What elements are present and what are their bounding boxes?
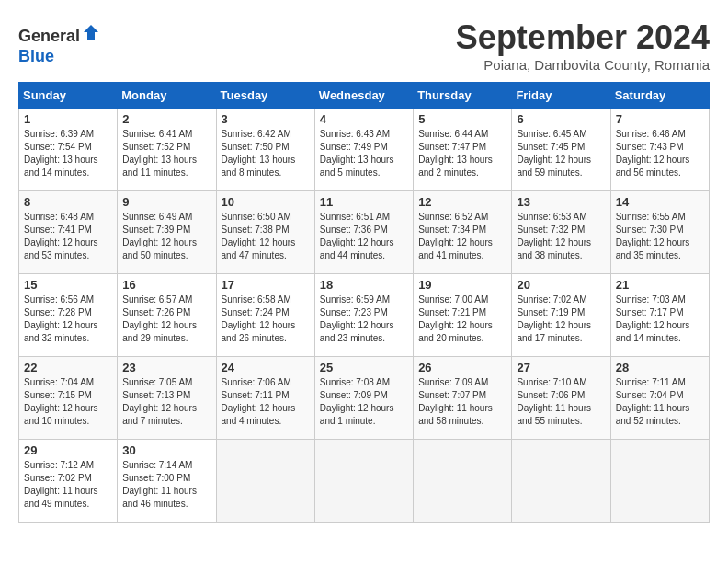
day-number: 15 — [24, 278, 112, 292]
calendar-day-cell — [610, 440, 709, 523]
day-number: 1 — [24, 112, 112, 126]
day-info: Sunrise: 6:48 AM Sunset: 7:41 PM Dayligh… — [24, 211, 112, 262]
day-number: 27 — [517, 361, 605, 374]
calendar-day-cell: 7Sunrise: 6:46 AM Sunset: 7:43 PM Daylig… — [610, 109, 709, 191]
calendar-day-cell: 19Sunrise: 7:00 AM Sunset: 7:21 PM Dayli… — [414, 274, 512, 357]
calendar-day-cell: 26Sunrise: 7:09 AM Sunset: 7:07 PM Dayli… — [414, 357, 512, 440]
day-info: Sunrise: 7:08 AM Sunset: 7:09 PM Dayligh… — [320, 376, 408, 428]
calendar-week-row: 1Sunrise: 6:39 AM Sunset: 7:54 PM Daylig… — [19, 109, 710, 191]
weekday-header-row: SundayMondayTuesdayWednesdayThursdayFrid… — [19, 83, 710, 109]
calendar-day-cell: 24Sunrise: 7:06 AM Sunset: 7:11 PM Dayli… — [216, 357, 314, 440]
day-info: Sunrise: 6:52 AM Sunset: 7:34 PM Dayligh… — [418, 211, 506, 262]
day-info: Sunrise: 7:02 AM Sunset: 7:19 PM Dayligh… — [517, 293, 605, 345]
day-number: 22 — [24, 361, 112, 374]
calendar-week-row: 15Sunrise: 6:56 AM Sunset: 7:28 PM Dayli… — [19, 274, 710, 357]
calendar-day-cell: 16Sunrise: 6:57 AM Sunset: 7:26 PM Dayli… — [118, 274, 216, 357]
calendar-table: SundayMondayTuesdayWednesdayThursdayFrid… — [18, 82, 710, 523]
title-block: September 2024 Poiana, Dambovita County,… — [456, 18, 710, 73]
day-info: Sunrise: 7:10 AM Sunset: 7:06 PM Dayligh… — [517, 376, 605, 428]
day-number: 10 — [222, 195, 310, 209]
day-number: 3 — [222, 112, 310, 126]
day-info: Sunrise: 7:06 AM Sunset: 7:11 PM Dayligh… — [222, 376, 310, 428]
calendar-day-cell: 20Sunrise: 7:02 AM Sunset: 7:19 PM Dayli… — [512, 274, 610, 357]
day-number: 14 — [616, 195, 704, 209]
calendar-day-cell: 5Sunrise: 6:44 AM Sunset: 7:47 PM Daylig… — [414, 109, 512, 191]
day-info: Sunrise: 6:55 AM Sunset: 7:30 PM Dayligh… — [616, 211, 704, 262]
day-info: Sunrise: 6:57 AM Sunset: 7:26 PM Dayligh… — [122, 293, 210, 345]
calendar-day-cell: 4Sunrise: 6:43 AM Sunset: 7:49 PM Daylig… — [314, 109, 413, 191]
logo-blue: Blue — [18, 47, 54, 65]
day-info: Sunrise: 7:09 AM Sunset: 7:07 PM Dayligh… — [418, 376, 506, 428]
calendar-day-cell — [216, 440, 314, 523]
svg-marker-0 — [84, 25, 98, 40]
weekday-header-cell: Tuesday — [216, 83, 314, 109]
day-info: Sunrise: 6:41 AM Sunset: 7:52 PM Dayligh… — [122, 128, 210, 179]
logo-general: General — [18, 27, 80, 45]
day-info: Sunrise: 6:56 AM Sunset: 7:28 PM Dayligh… — [24, 293, 112, 345]
calendar-week-row: 22Sunrise: 7:04 AM Sunset: 7:15 PM Dayli… — [19, 357, 710, 440]
calendar-body: 1Sunrise: 6:39 AM Sunset: 7:54 PM Daylig… — [19, 109, 710, 523]
weekday-header-cell: Sunday — [19, 83, 118, 109]
calendar-day-cell: 30Sunrise: 7:14 AM Sunset: 7:00 PM Dayli… — [118, 440, 216, 523]
day-number: 17 — [222, 278, 310, 292]
day-info: Sunrise: 6:45 AM Sunset: 7:45 PM Dayligh… — [517, 128, 605, 179]
weekday-header-cell: Saturday — [610, 83, 709, 109]
page-header: General Blue September 2024 Poiana, Damb… — [18, 18, 710, 73]
day-number: 21 — [616, 278, 704, 292]
day-info: Sunrise: 7:04 AM Sunset: 7:15 PM Dayligh… — [24, 376, 112, 428]
calendar-day-cell: 14Sunrise: 6:55 AM Sunset: 7:30 PM Dayli… — [610, 191, 709, 274]
day-info: Sunrise: 6:51 AM Sunset: 7:36 PM Dayligh… — [320, 211, 408, 262]
calendar-day-cell: 17Sunrise: 6:58 AM Sunset: 7:24 PM Dayli… — [216, 274, 314, 357]
calendar-week-row: 29Sunrise: 7:12 AM Sunset: 7:02 PM Dayli… — [19, 440, 710, 523]
calendar-day-cell: 10Sunrise: 6:50 AM Sunset: 7:38 PM Dayli… — [216, 191, 314, 274]
day-number: 9 — [122, 195, 210, 209]
day-number: 2 — [122, 112, 210, 126]
day-info: Sunrise: 6:59 AM Sunset: 7:23 PM Dayligh… — [320, 293, 408, 345]
day-info: Sunrise: 6:50 AM Sunset: 7:38 PM Dayligh… — [222, 211, 310, 262]
logo: General Blue — [18, 23, 100, 66]
day-info: Sunrise: 6:46 AM Sunset: 7:43 PM Dayligh… — [616, 128, 704, 179]
day-number: 5 — [418, 112, 506, 126]
day-number: 4 — [320, 112, 408, 126]
day-info: Sunrise: 6:49 AM Sunset: 7:39 PM Dayligh… — [122, 211, 210, 262]
day-number: 18 — [320, 278, 408, 292]
calendar-day-cell: 12Sunrise: 6:52 AM Sunset: 7:34 PM Dayli… — [414, 191, 512, 274]
day-info: Sunrise: 7:00 AM Sunset: 7:21 PM Dayligh… — [418, 293, 506, 345]
calendar-day-cell: 2Sunrise: 6:41 AM Sunset: 7:52 PM Daylig… — [118, 109, 216, 191]
weekday-header-cell: Friday — [512, 83, 610, 109]
day-info: Sunrise: 6:44 AM Sunset: 7:47 PM Dayligh… — [418, 128, 506, 179]
calendar-day-cell: 8Sunrise: 6:48 AM Sunset: 7:41 PM Daylig… — [19, 191, 118, 274]
day-info: Sunrise: 6:53 AM Sunset: 7:32 PM Dayligh… — [517, 211, 605, 262]
day-number: 6 — [517, 112, 605, 126]
day-info: Sunrise: 7:14 AM Sunset: 7:00 PM Dayligh… — [122, 459, 210, 511]
location: Poiana, Dambovita County, Romania — [456, 57, 710, 73]
day-number: 29 — [24, 443, 112, 457]
calendar-day-cell: 28Sunrise: 7:11 AM Sunset: 7:04 PM Dayli… — [610, 357, 709, 440]
month-title: September 2024 — [456, 18, 710, 57]
day-info: Sunrise: 7:05 AM Sunset: 7:13 PM Dayligh… — [122, 376, 210, 428]
day-info: Sunrise: 6:39 AM Sunset: 7:54 PM Dayligh… — [24, 128, 112, 179]
calendar-day-cell: 27Sunrise: 7:10 AM Sunset: 7:06 PM Dayli… — [512, 357, 610, 440]
calendar-day-cell: 15Sunrise: 6:56 AM Sunset: 7:28 PM Dayli… — [19, 274, 118, 357]
day-info: Sunrise: 6:43 AM Sunset: 7:49 PM Dayligh… — [320, 128, 408, 179]
day-number: 12 — [418, 195, 506, 209]
day-number: 7 — [616, 112, 704, 126]
day-number: 13 — [517, 195, 605, 209]
day-number: 24 — [222, 361, 310, 374]
calendar-day-cell — [512, 440, 610, 523]
day-info: Sunrise: 7:11 AM Sunset: 7:04 PM Dayligh… — [616, 376, 704, 428]
weekday-header-cell: Monday — [118, 83, 216, 109]
calendar-week-row: 8Sunrise: 6:48 AM Sunset: 7:41 PM Daylig… — [19, 191, 710, 274]
day-number: 30 — [122, 443, 210, 457]
day-info: Sunrise: 7:12 AM Sunset: 7:02 PM Dayligh… — [24, 459, 112, 511]
calendar-day-cell: 6Sunrise: 6:45 AM Sunset: 7:45 PM Daylig… — [512, 109, 610, 191]
calendar-day-cell: 9Sunrise: 6:49 AM Sunset: 7:39 PM Daylig… — [118, 191, 216, 274]
calendar-day-cell: 29Sunrise: 7:12 AM Sunset: 7:02 PM Dayli… — [19, 440, 118, 523]
calendar-day-cell: 11Sunrise: 6:51 AM Sunset: 7:36 PM Dayli… — [314, 191, 413, 274]
day-number: 25 — [320, 361, 408, 374]
calendar-day-cell: 22Sunrise: 7:04 AM Sunset: 7:15 PM Dayli… — [19, 357, 118, 440]
day-info: Sunrise: 6:42 AM Sunset: 7:50 PM Dayligh… — [222, 128, 310, 179]
day-number: 19 — [418, 278, 506, 292]
calendar-day-cell: 18Sunrise: 6:59 AM Sunset: 7:23 PM Dayli… — [314, 274, 413, 357]
day-number: 11 — [320, 195, 408, 209]
